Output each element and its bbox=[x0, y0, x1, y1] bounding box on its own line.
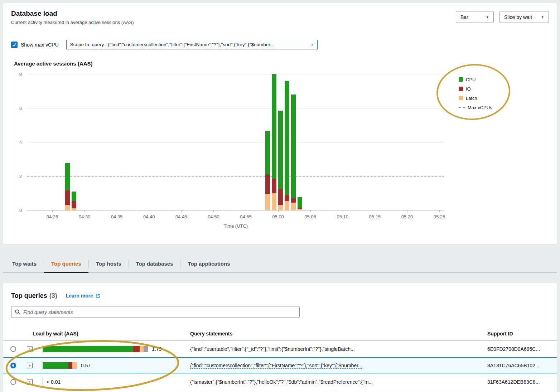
legend-label: CPU bbox=[466, 77, 475, 82]
x-tick-mark bbox=[85, 210, 85, 212]
bar-segment-io bbox=[291, 198, 296, 203]
x-tick-label: 05:20 bbox=[401, 214, 413, 219]
bar-segment-latch bbox=[272, 193, 276, 210]
bar-segment-io bbox=[265, 174, 270, 194]
query-column-header: Query statements bbox=[187, 331, 484, 337]
bar-segment-io bbox=[72, 201, 76, 208]
tab-top-databases[interactable]: Top databases bbox=[129, 255, 180, 272]
legend-label: Latch bbox=[466, 96, 477, 101]
tab-top-waits[interactable]: Top waits bbox=[5, 255, 44, 272]
chart-plot bbox=[27, 74, 444, 210]
learn-more-link[interactable]: Learn more bbox=[66, 293, 100, 299]
top-queries-header: Top queries (3) Learn more bbox=[11, 290, 549, 301]
load-column-header: Load by wait (AAS) bbox=[23, 331, 187, 337]
x-axis-labels: 04:2504:3004:3504:4004:4504:5004:5505:00… bbox=[27, 214, 444, 220]
tab-top-queries[interactable]: Top queries bbox=[44, 255, 88, 272]
bar-segment-cpu bbox=[278, 111, 283, 189]
bar-segment-latch bbox=[65, 205, 70, 210]
load-value: < 0.01 bbox=[47, 379, 61, 385]
support-id-cell: 31F63A612DEB83C8... bbox=[484, 379, 557, 385]
x-tick-mark bbox=[439, 210, 440, 212]
row-expand-cell: + bbox=[23, 363, 36, 368]
scope-filter-remove-button[interactable]: x bbox=[311, 42, 314, 47]
chart-bar-05-01[interactable] bbox=[285, 81, 289, 210]
row-expand-cell: + bbox=[23, 379, 36, 385]
x-tick-mark bbox=[52, 210, 53, 212]
learn-more-label: Learn more bbox=[66, 293, 93, 299]
chart-bar-04-58[interactable] bbox=[265, 131, 270, 210]
row-radio-button[interactable] bbox=[10, 363, 16, 368]
query-statement-cell: {"find":"usertable","filter":{"_id":"?"}… bbox=[187, 346, 484, 352]
legend-label: IO bbox=[466, 86, 471, 92]
bar-segment-latch bbox=[265, 194, 270, 210]
x-tick-label: 04:25 bbox=[47, 214, 58, 219]
check-icon bbox=[12, 42, 17, 47]
legend-item-max-vcpus: Max vCPUs bbox=[459, 103, 492, 112]
chart-type-select[interactable]: Bar ▼ bbox=[456, 11, 494, 23]
x-tick-label: 04:45 bbox=[175, 214, 187, 219]
expand-row-button[interactable]: + bbox=[27, 379, 33, 385]
x-tick-mark bbox=[246, 210, 246, 212]
load-bar-baseline bbox=[43, 378, 43, 386]
bar-segment-latch bbox=[72, 208, 76, 210]
legend-swatch-max-vcpus bbox=[459, 107, 465, 108]
y-tick-label: 8 bbox=[19, 72, 22, 77]
chart-bar-04-27[interactable] bbox=[65, 163, 70, 210]
top-queries-panel: Top queries (3) Learn more Load by w bbox=[3, 283, 557, 392]
table-row[interactable]: +0.57{"find":"customerscollection","filt… bbox=[3, 357, 557, 374]
query-statement-link[interactable]: {"ismaster":{"$numberInt":"?"},"helloOk"… bbox=[190, 379, 373, 385]
support-id-column-header: Support ID bbox=[484, 331, 557, 337]
bar-segment-io bbox=[278, 189, 283, 205]
load-segment-cpu bbox=[43, 362, 68, 369]
chart-bar-04-59[interactable] bbox=[272, 74, 276, 210]
x-tick-label: 05:15 bbox=[369, 214, 381, 219]
search-input[interactable] bbox=[23, 309, 296, 315]
query-statement-link[interactable]: {"find":"customerscollection","filter":{… bbox=[190, 363, 362, 369]
scope-filter-token: Scope to: query : {"find":"customerscoll… bbox=[66, 40, 318, 49]
x-tick-mark bbox=[181, 210, 182, 212]
row-radio-button[interactable] bbox=[10, 346, 16, 352]
x-tick-label: 05:00 bbox=[272, 214, 284, 219]
x-tick-mark bbox=[213, 210, 214, 212]
bar-segment-cpu bbox=[72, 192, 76, 201]
legend-item-io: IO bbox=[459, 84, 492, 93]
bar-segment-io bbox=[272, 179, 276, 193]
query-statement-cell: {"find":"customerscollection","filter":{… bbox=[187, 362, 484, 369]
legend-item-latch: Latch bbox=[459, 93, 492, 103]
x-tick-label: 05:05 bbox=[304, 214, 316, 219]
performance-insights-page: Database load Current activity measured … bbox=[0, 0, 560, 392]
expand-row-button[interactable]: + bbox=[27, 346, 33, 352]
chart-bar-05-03[interactable] bbox=[298, 197, 302, 210]
y-tick-label: 6 bbox=[19, 106, 22, 111]
chart-title: Average active sessions (AAS) bbox=[14, 61, 93, 67]
table-row[interactable]: +< 0.01{"ismaster":{"$numberInt":"?"},"h… bbox=[3, 374, 557, 390]
load-segment-cpu bbox=[43, 346, 133, 352]
show-max-vcpu-checkbox[interactable] bbox=[11, 42, 18, 48]
tab-top-applications[interactable]: Top applications bbox=[180, 255, 237, 272]
support-id: 31F63A612DEB83C8... bbox=[487, 379, 540, 385]
table-row[interactable]: +1.75{"find":"usertable","filter":{"_id"… bbox=[3, 341, 557, 357]
chart-bar-05-00[interactable] bbox=[278, 111, 283, 210]
chart-bar-04-28[interactable] bbox=[72, 192, 76, 210]
slice-by-select[interactable]: Slice by wait ▼ bbox=[499, 11, 549, 23]
expand-row-button[interactable]: + bbox=[27, 363, 33, 368]
row-radio-button[interactable] bbox=[10, 379, 16, 385]
y-tick-label: 0 bbox=[19, 208, 22, 213]
x-tick-label: 05:10 bbox=[337, 214, 348, 219]
gridline-y6 bbox=[27, 108, 444, 108]
bar-segment-io bbox=[285, 195, 289, 201]
x-tick-mark bbox=[149, 210, 149, 212]
query-statement-link[interactable]: {"find":"usertable","filter":{"_id":"?"}… bbox=[190, 346, 355, 352]
x-tick-label: 04:50 bbox=[208, 214, 219, 219]
x-tick-mark bbox=[375, 210, 375, 212]
bar-segment-cpu bbox=[291, 95, 296, 198]
x-axis-title: Time (UTC) bbox=[27, 223, 444, 229]
load-segment-latch bbox=[140, 346, 143, 352]
row-expand-cell: + bbox=[23, 346, 36, 352]
gridline-y0 bbox=[27, 210, 444, 210]
chart-bar-05-02[interactable] bbox=[291, 95, 296, 210]
x-tick-label: 04:30 bbox=[79, 214, 91, 219]
top-queries-title: Top queries bbox=[11, 292, 47, 300]
max-vcpus-line bbox=[27, 176, 444, 176]
tab-top-hosts[interactable]: Top hosts bbox=[89, 255, 129, 272]
